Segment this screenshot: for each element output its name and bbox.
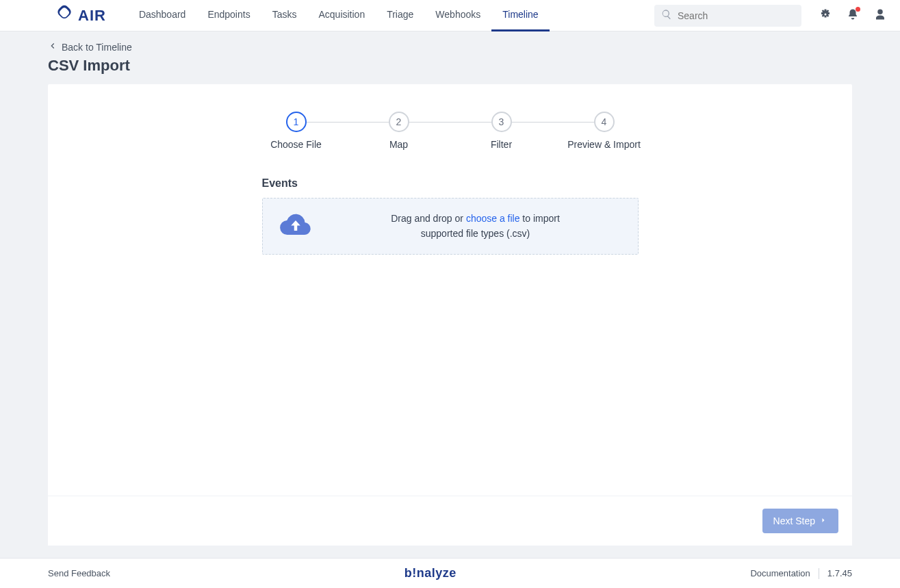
nav-dashboard[interactable]: Dashboard xyxy=(128,0,197,31)
step-number: 2 xyxy=(389,112,409,132)
nav-webhooks[interactable]: Webhooks xyxy=(424,0,491,31)
notification-dot xyxy=(856,7,860,12)
back-to-timeline-link[interactable]: Back to Timeline xyxy=(48,41,852,53)
settings-icon[interactable] xyxy=(819,8,832,23)
card-footer: Next Step xyxy=(48,496,852,546)
next-label: Next Step xyxy=(773,515,815,526)
logo-icon xyxy=(55,4,74,27)
cloud-upload-icon xyxy=(279,212,312,240)
send-feedback-link[interactable]: Send Feedback xyxy=(48,568,110,578)
file-dropzone[interactable]: Drag and drop or choose a file to import… xyxy=(262,198,639,255)
import-card: 1 Choose File 2 Map 3 Filter 4 Preview &… xyxy=(48,84,852,546)
step-label: Preview & Import xyxy=(567,139,641,150)
drop-prefix: Drag and drop or xyxy=(391,213,466,224)
search-input[interactable] xyxy=(678,10,795,21)
import-area: Events Drag and drop or choose a file to… xyxy=(262,177,639,255)
drop-line2: supported file types (.csv) xyxy=(421,228,530,239)
footer: Send Feedback b!nalyze Documentation 1.7… xyxy=(0,558,900,588)
chevron-right-icon xyxy=(819,515,827,526)
nav-acquisition[interactable]: Acquisition xyxy=(307,0,376,31)
nav-tasks[interactable]: Tasks xyxy=(261,0,308,31)
step-label: Map xyxy=(389,139,408,150)
footer-right: Documentation 1.7.45 xyxy=(750,568,852,579)
nav-endpoints[interactable]: Endpoints xyxy=(196,0,261,31)
step-label: Choose File xyxy=(270,139,322,150)
main-nav: Dashboard Endpoints Tasks Acquisition Tr… xyxy=(128,0,550,31)
wizard-stepper: 1 Choose File 2 Map 3 Filter 4 Preview &… xyxy=(62,112,838,150)
footer-divider xyxy=(819,568,819,579)
logo[interactable]: AIR xyxy=(55,4,106,27)
step-number: 1 xyxy=(286,112,307,132)
step-label: Filter xyxy=(491,139,512,150)
dropzone-text: Drag and drop or choose a file to import… xyxy=(330,211,621,242)
footer-brand: b!nalyze xyxy=(404,566,457,580)
page-content: Back to Timeline CSV Import 1 Choose Fil… xyxy=(0,31,900,546)
header-icons xyxy=(819,8,886,23)
nav-triage[interactable]: Triage xyxy=(376,0,424,31)
step-filter[interactable]: 3 Filter xyxy=(450,112,553,150)
card-body: 1 Choose File 2 Map 3 Filter 4 Preview &… xyxy=(48,84,852,496)
arrow-left-icon xyxy=(48,41,57,53)
drop-suffix: to import xyxy=(519,213,559,224)
step-choose-file[interactable]: 1 Choose File xyxy=(245,112,348,150)
top-bar: AIR Dashboard Endpoints Tasks Acquisitio… xyxy=(0,0,900,31)
nav-timeline[interactable]: Timeline xyxy=(491,0,549,31)
choose-file-link[interactable]: choose a file xyxy=(466,213,520,224)
search-box[interactable] xyxy=(654,5,801,27)
step-number: 4 xyxy=(594,112,615,132)
next-step-button[interactable]: Next Step xyxy=(762,509,838,533)
page-title: CSV Import xyxy=(48,57,852,75)
step-preview-import[interactable]: 4 Preview & Import xyxy=(553,112,656,150)
bell-icon[interactable] xyxy=(847,8,859,23)
step-map[interactable]: 2 Map xyxy=(348,112,450,150)
logo-text: AIR xyxy=(78,7,106,25)
back-label: Back to Timeline xyxy=(62,42,132,53)
events-title: Events xyxy=(262,177,639,190)
step-number: 3 xyxy=(491,112,512,132)
user-icon[interactable] xyxy=(874,8,886,23)
version-label: 1.7.45 xyxy=(827,568,852,578)
search-icon xyxy=(661,9,672,23)
footer-center: b!nalyze xyxy=(110,566,750,580)
documentation-link[interactable]: Documentation xyxy=(750,568,810,578)
